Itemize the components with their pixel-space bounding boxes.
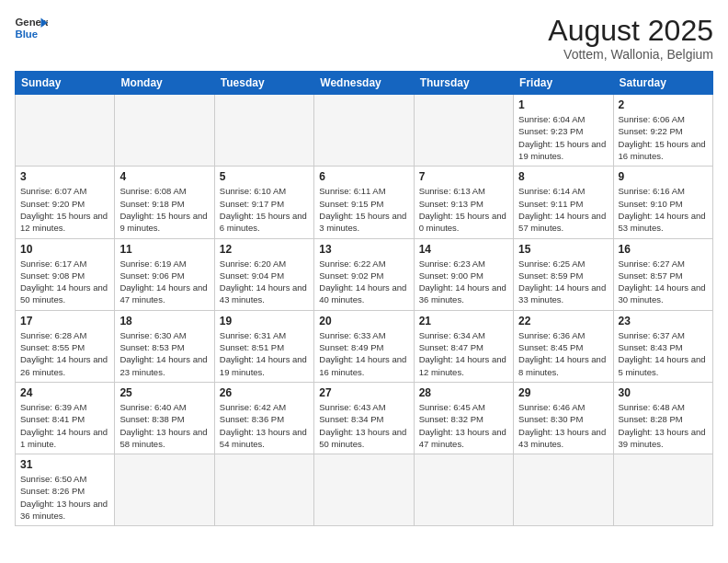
table-row: 12Sunrise: 6:20 AM Sunset: 9:04 PM Dayli… bbox=[214, 238, 313, 310]
table-row: 13Sunrise: 6:22 AM Sunset: 9:02 PM Dayli… bbox=[314, 238, 414, 310]
table-row: 31Sunrise: 6:50 AM Sunset: 8:26 PM Dayli… bbox=[16, 454, 115, 526]
table-row bbox=[414, 454, 513, 526]
table-row: 22Sunrise: 6:36 AM Sunset: 8:45 PM Dayli… bbox=[514, 310, 613, 382]
header-tuesday: Tuesday bbox=[214, 72, 313, 95]
table-row: 18Sunrise: 6:30 AM Sunset: 8:53 PM Dayli… bbox=[115, 310, 214, 382]
day-number: 15 bbox=[518, 243, 608, 256]
day-info: Sunrise: 6:23 AM Sunset: 9:00 PM Dayligh… bbox=[419, 258, 508, 306]
day-info: Sunrise: 6:20 AM Sunset: 9:04 PM Dayligh… bbox=[220, 258, 309, 306]
logo: General Blue bbox=[15, 15, 48, 40]
table-row bbox=[16, 95, 115, 167]
table-row bbox=[115, 454, 214, 526]
day-number: 12 bbox=[220, 243, 309, 256]
page: General Blue August 2025 Vottem, Walloni… bbox=[0, 0, 728, 563]
day-number: 2 bbox=[619, 98, 708, 111]
day-info: Sunrise: 6:08 AM Sunset: 9:18 PM Dayligh… bbox=[119, 185, 209, 234]
table-row: 26Sunrise: 6:42 AM Sunset: 8:36 PM Dayli… bbox=[214, 382, 313, 454]
generalblue-logo-icon: General Blue bbox=[15, 15, 48, 40]
day-number: 10 bbox=[20, 243, 109, 256]
table-row: 7Sunrise: 6:13 AM Sunset: 9:13 PM Daylig… bbox=[414, 167, 513, 238]
header-wednesday: Wednesday bbox=[314, 72, 414, 95]
day-number: 1 bbox=[518, 98, 608, 111]
table-row: 28Sunrise: 6:45 AM Sunset: 8:32 PM Dayli… bbox=[414, 382, 513, 454]
day-number: 21 bbox=[419, 315, 508, 327]
day-info: Sunrise: 6:07 AM Sunset: 9:20 PM Dayligh… bbox=[20, 185, 109, 234]
table-row bbox=[414, 95, 513, 167]
day-number: 19 bbox=[220, 315, 309, 327]
day-number: 8 bbox=[518, 170, 608, 183]
day-info: Sunrise: 6:10 AM Sunset: 9:17 PM Dayligh… bbox=[220, 185, 309, 234]
day-number: 30 bbox=[619, 386, 708, 399]
table-row bbox=[214, 95, 313, 167]
day-info: Sunrise: 6:25 AM Sunset: 8:59 PM Dayligh… bbox=[518, 258, 608, 306]
day-info: Sunrise: 6:40 AM Sunset: 8:38 PM Dayligh… bbox=[119, 401, 209, 450]
table-row bbox=[214, 454, 313, 526]
table-row: 19Sunrise: 6:31 AM Sunset: 8:51 PM Dayli… bbox=[214, 310, 313, 382]
day-info: Sunrise: 6:14 AM Sunset: 9:11 PM Dayligh… bbox=[518, 185, 608, 234]
table-row: 6Sunrise: 6:11 AM Sunset: 9:15 PM Daylig… bbox=[314, 167, 414, 238]
header-saturday: Saturday bbox=[613, 72, 712, 95]
table-row: 17Sunrise: 6:28 AM Sunset: 8:55 PM Dayli… bbox=[16, 310, 115, 382]
day-number: 17 bbox=[20, 315, 109, 327]
day-info: Sunrise: 6:28 AM Sunset: 8:55 PM Dayligh… bbox=[20, 329, 109, 378]
day-info: Sunrise: 6:27 AM Sunset: 8:57 PM Dayligh… bbox=[619, 258, 708, 306]
day-info: Sunrise: 6:34 AM Sunset: 8:47 PM Dayligh… bbox=[419, 329, 508, 378]
title-block: August 2025 Vottem, Wallonia, Belgium bbox=[548, 15, 713, 62]
header-monday: Monday bbox=[115, 72, 214, 95]
day-number: 4 bbox=[119, 170, 209, 183]
day-number: 31 bbox=[20, 458, 109, 471]
table-row: 21Sunrise: 6:34 AM Sunset: 8:47 PM Dayli… bbox=[414, 310, 513, 382]
day-number: 29 bbox=[518, 386, 608, 399]
day-info: Sunrise: 6:48 AM Sunset: 8:28 PM Dayligh… bbox=[619, 401, 708, 450]
table-row: 30Sunrise: 6:48 AM Sunset: 8:28 PM Dayli… bbox=[613, 382, 712, 454]
header-sunday: Sunday bbox=[16, 72, 115, 95]
table-row: 3Sunrise: 6:07 AM Sunset: 9:20 PM Daylig… bbox=[16, 167, 115, 238]
day-info: Sunrise: 6:42 AM Sunset: 8:36 PM Dayligh… bbox=[220, 401, 309, 450]
day-number: 11 bbox=[119, 243, 209, 256]
day-info: Sunrise: 6:06 AM Sunset: 9:22 PM Dayligh… bbox=[619, 113, 708, 162]
day-number: 23 bbox=[619, 315, 708, 327]
calendar-title: August 2025 bbox=[548, 15, 713, 47]
day-info: Sunrise: 6:39 AM Sunset: 8:41 PM Dayligh… bbox=[20, 401, 109, 450]
table-row: 1Sunrise: 6:04 AM Sunset: 9:23 PM Daylig… bbox=[514, 95, 613, 167]
table-row: 10Sunrise: 6:17 AM Sunset: 9:08 PM Dayli… bbox=[16, 238, 115, 310]
day-number: 5 bbox=[220, 170, 309, 183]
day-info: Sunrise: 6:13 AM Sunset: 9:13 PM Dayligh… bbox=[419, 185, 508, 234]
day-info: Sunrise: 6:36 AM Sunset: 8:45 PM Dayligh… bbox=[518, 329, 608, 378]
day-number: 9 bbox=[619, 170, 708, 183]
table-row: 15Sunrise: 6:25 AM Sunset: 8:59 PM Dayli… bbox=[514, 238, 613, 310]
day-number: 26 bbox=[220, 386, 309, 399]
day-number: 28 bbox=[419, 386, 508, 399]
table-row: 24Sunrise: 6:39 AM Sunset: 8:41 PM Dayli… bbox=[16, 382, 115, 454]
day-number: 7 bbox=[419, 170, 508, 183]
day-info: Sunrise: 6:43 AM Sunset: 8:34 PM Dayligh… bbox=[319, 401, 408, 450]
day-number: 16 bbox=[619, 243, 708, 256]
day-info: Sunrise: 6:45 AM Sunset: 8:32 PM Dayligh… bbox=[419, 401, 508, 450]
day-number: 22 bbox=[518, 315, 608, 327]
day-info: Sunrise: 6:31 AM Sunset: 8:51 PM Dayligh… bbox=[220, 329, 309, 378]
table-row: 27Sunrise: 6:43 AM Sunset: 8:34 PM Dayli… bbox=[314, 382, 414, 454]
day-info: Sunrise: 6:11 AM Sunset: 9:15 PM Dayligh… bbox=[319, 185, 408, 234]
header-thursday: Thursday bbox=[414, 72, 513, 95]
day-number: 20 bbox=[319, 315, 408, 327]
table-row: 14Sunrise: 6:23 AM Sunset: 9:00 PM Dayli… bbox=[414, 238, 513, 310]
calendar-table: Sunday Monday Tuesday Wednesday Thursday… bbox=[15, 71, 713, 526]
calendar-subtitle: Vottem, Wallonia, Belgium bbox=[548, 47, 713, 62]
table-row: 11Sunrise: 6:19 AM Sunset: 9:06 PM Dayli… bbox=[115, 238, 214, 310]
day-number: 18 bbox=[119, 315, 209, 327]
table-row: 4Sunrise: 6:08 AM Sunset: 9:18 PM Daylig… bbox=[115, 167, 214, 238]
header-friday: Friday bbox=[514, 72, 613, 95]
day-number: 27 bbox=[319, 386, 408, 399]
table-row: 2Sunrise: 6:06 AM Sunset: 9:22 PM Daylig… bbox=[613, 95, 712, 167]
day-info: Sunrise: 6:22 AM Sunset: 9:02 PM Dayligh… bbox=[319, 258, 408, 306]
day-info: Sunrise: 6:46 AM Sunset: 8:30 PM Dayligh… bbox=[518, 401, 608, 450]
table-row: 9Sunrise: 6:16 AM Sunset: 9:10 PM Daylig… bbox=[613, 167, 712, 238]
day-info: Sunrise: 6:50 AM Sunset: 8:26 PM Dayligh… bbox=[20, 473, 109, 522]
day-info: Sunrise: 6:16 AM Sunset: 9:10 PM Dayligh… bbox=[619, 185, 708, 234]
table-row bbox=[115, 95, 214, 167]
day-info: Sunrise: 6:30 AM Sunset: 8:53 PM Dayligh… bbox=[119, 329, 209, 378]
table-row: 23Sunrise: 6:37 AM Sunset: 8:43 PM Dayli… bbox=[613, 310, 712, 382]
header: General Blue August 2025 Vottem, Walloni… bbox=[15, 15, 713, 62]
weekday-header-row: Sunday Monday Tuesday Wednesday Thursday… bbox=[16, 72, 713, 95]
table-row: 25Sunrise: 6:40 AM Sunset: 8:38 PM Dayli… bbox=[115, 382, 214, 454]
